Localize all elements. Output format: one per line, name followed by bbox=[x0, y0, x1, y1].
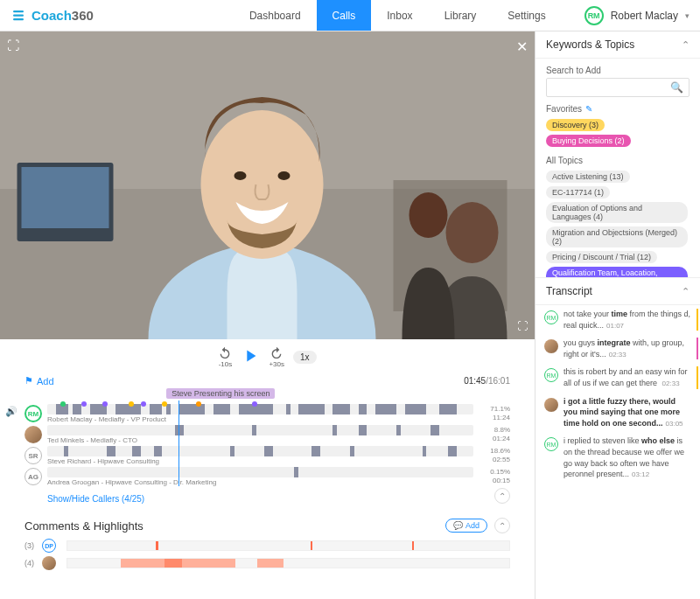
transcript-avatar: TM bbox=[544, 339, 558, 353]
add-comment-button[interactable]: 💬 Add bbox=[445, 519, 487, 533]
nav-inbox[interactable]: Inbox bbox=[371, 0, 428, 31]
speaker-stats: 71.1%11:24 bbox=[479, 405, 510, 421]
video-player[interactable]: ⛶ ✕ ⛶ bbox=[0, 31, 535, 339]
speaker-stats: 0.15%00:15 bbox=[479, 468, 510, 484]
video-frame-illustration bbox=[0, 31, 535, 339]
speaker-stats: 18.6%02:55 bbox=[479, 447, 510, 463]
playback-controls: -10s +30s 1x bbox=[0, 339, 535, 375]
time-indicator: 01:45/16:01 bbox=[464, 376, 510, 386]
main-nav: DashboardCallsInboxLibrarySettings bbox=[234, 0, 562, 31]
collapse-comments-button[interactable]: ⌃ bbox=[494, 518, 510, 533]
commenter-avatar[interactable]: TM bbox=[42, 556, 56, 570]
nav-calls[interactable]: Calls bbox=[317, 0, 372, 31]
topic-pill[interactable]: Migration and Objectsions (Merged) (2) bbox=[546, 226, 688, 247]
speaker-avatar[interactable]: TM bbox=[24, 426, 42, 443]
speaker-row: AG Andrea Groogan - Hipwave Consulting -… bbox=[24, 467, 510, 486]
speaker-track[interactable] bbox=[47, 467, 473, 477]
chevron-down-icon[interactable]: ▾ bbox=[685, 11, 690, 20]
topic-pill[interactable]: EC-117714 (1) bbox=[546, 186, 610, 199]
comment-row: (4) TM bbox=[24, 556, 510, 570]
transcript-avatar: RM bbox=[544, 437, 558, 451]
svg-rect-1 bbox=[13, 14, 24, 16]
svg-point-9 bbox=[410, 192, 448, 238]
svg-rect-2 bbox=[13, 18, 24, 20]
comments-title: Comments & Highlights bbox=[24, 519, 144, 533]
topic-pill[interactable]: Buying Decisions (2) bbox=[546, 135, 631, 147]
app-logo[interactable]: Coach360 bbox=[10, 8, 94, 24]
search-field[interactable] bbox=[552, 83, 670, 93]
transcript-entry[interactable]: RM this is robert by and an easy win for… bbox=[536, 363, 700, 392]
speaker-track[interactable] bbox=[47, 425, 473, 435]
svg-point-8 bbox=[446, 202, 499, 263]
commenter-avatar[interactable]: DP bbox=[42, 539, 56, 553]
topic-pill[interactable]: Evaluation of Options and Languages (4) bbox=[546, 202, 688, 223]
speaker-track[interactable] bbox=[47, 404, 473, 414]
speaker-stats: 8.8%01:24 bbox=[479, 426, 510, 442]
speaker-track[interactable] bbox=[47, 446, 473, 456]
comment-track[interactable] bbox=[66, 558, 510, 568]
speaker-name: Andrea Groogan - Hipwave Consulting - Di… bbox=[47, 478, 473, 486]
transcript-panel-header[interactable]: Transcript ⌃ bbox=[536, 277, 700, 305]
speaker-avatar[interactable]: SR bbox=[24, 447, 42, 464]
keywords-title: Keywords & Topics bbox=[546, 38, 634, 51]
speech-bubble-icon: 💬 bbox=[453, 521, 463, 530]
collapse-timeline-button[interactable]: ⌃ bbox=[494, 488, 510, 504]
playhead[interactable] bbox=[178, 400, 179, 486]
nav-library[interactable]: Library bbox=[429, 0, 493, 31]
svg-point-12 bbox=[278, 171, 290, 180]
transcript-entry[interactable]: TM you guys integrate with, up group, ri… bbox=[536, 334, 700, 363]
speaker-name: Steve Richard - Hipwave Consulting bbox=[47, 457, 473, 465]
topic-pill[interactable]: Active Listening (13) bbox=[546, 171, 630, 183]
svg-rect-6 bbox=[22, 167, 109, 228]
fullscreen-icon[interactable]: ⛶ bbox=[517, 320, 528, 332]
speed-button[interactable]: 1x bbox=[293, 351, 317, 364]
add-annotation-button[interactable]: ⚑ Add bbox=[24, 375, 54, 387]
transcript-entry[interactable]: RM not take your time from the things d,… bbox=[536, 305, 700, 334]
comment-count: (4) bbox=[24, 559, 37, 568]
play-button[interactable] bbox=[241, 346, 260, 368]
play-icon bbox=[241, 346, 260, 366]
close-icon[interactable]: ✕ bbox=[516, 38, 528, 55]
nav-settings[interactable]: Settings bbox=[492, 0, 561, 31]
rewind-button[interactable]: -10s bbox=[218, 346, 232, 368]
favorites-label: Favorites bbox=[546, 104, 582, 114]
flag-icon: ⚑ bbox=[24, 375, 33, 387]
forward-icon bbox=[270, 346, 284, 360]
keywords-panel-header[interactable]: Keywords & Topics ⌃ bbox=[536, 31, 700, 59]
comment-track[interactable] bbox=[66, 540, 510, 551]
nav-dashboard[interactable]: Dashboard bbox=[234, 0, 317, 31]
speaker-avatar[interactable]: RM bbox=[24, 405, 42, 422]
chevron-up-icon: ⌃ bbox=[682, 286, 690, 297]
edit-favorites-icon[interactable]: ✎ bbox=[585, 104, 592, 114]
expand-icon[interactable]: ⛶ bbox=[7, 38, 19, 52]
transcript-text: i got a little fuzzy there, would you mi… bbox=[564, 396, 691, 429]
transcript-title: Transcript bbox=[546, 285, 592, 297]
transcript-text: you guys integrate with, up group, right… bbox=[564, 338, 691, 359]
topic-pill[interactable]: Discovery (3) bbox=[546, 119, 605, 131]
topic-pill[interactable]: Pricing / Discount / Trial (12) bbox=[546, 251, 657, 263]
chevron-up-icon: ⌃ bbox=[682, 39, 690, 51]
user-avatar[interactable]: RM bbox=[584, 6, 604, 25]
speaker-row: TM Ted Minkels - Mediafly - CTO 8.8%01:2… bbox=[24, 425, 510, 444]
sound-icon: 🔊 bbox=[5, 406, 18, 417]
transcript-entry[interactable]: RM i replied to steven like who else is … bbox=[536, 432, 700, 483]
transcript-text: not take your time from the things d, re… bbox=[564, 309, 691, 331]
screen-share-annotation[interactable]: Steve Presenting his screen bbox=[166, 388, 275, 399]
forward-button[interactable]: +30s bbox=[269, 346, 284, 368]
transcript-text: i replied to steven like who else is on … bbox=[564, 435, 691, 479]
svg-rect-0 bbox=[13, 10, 24, 12]
user-name[interactable]: Robert Maclay bbox=[611, 10, 678, 22]
speaker-name: Ted Minkels - Mediafly - CTO bbox=[47, 436, 473, 444]
speaker-name: Robert Maclay - Mediafly - VP Product bbox=[47, 415, 473, 423]
keyword-search-input[interactable]: 🔍 bbox=[546, 78, 690, 97]
svg-point-11 bbox=[234, 171, 247, 180]
transcript-avatar: RM bbox=[544, 368, 558, 382]
topic-pill[interactable]: Qualification Team, Loacation, Selling M… bbox=[546, 267, 688, 277]
comment-count: (3) bbox=[24, 541, 37, 550]
speaker-avatar[interactable]: AG bbox=[24, 468, 42, 485]
logo-text: Coach360 bbox=[32, 8, 94, 23]
transcript-text: this is robert by and an easy win for al… bbox=[564, 366, 691, 388]
search-icon: 🔍 bbox=[670, 81, 683, 94]
transcript-entry[interactable]: TM i got a little fuzzy there, would you… bbox=[536, 393, 700, 433]
show-hide-callers-link[interactable]: Show/Hide Callers (4/25) bbox=[47, 494, 144, 504]
